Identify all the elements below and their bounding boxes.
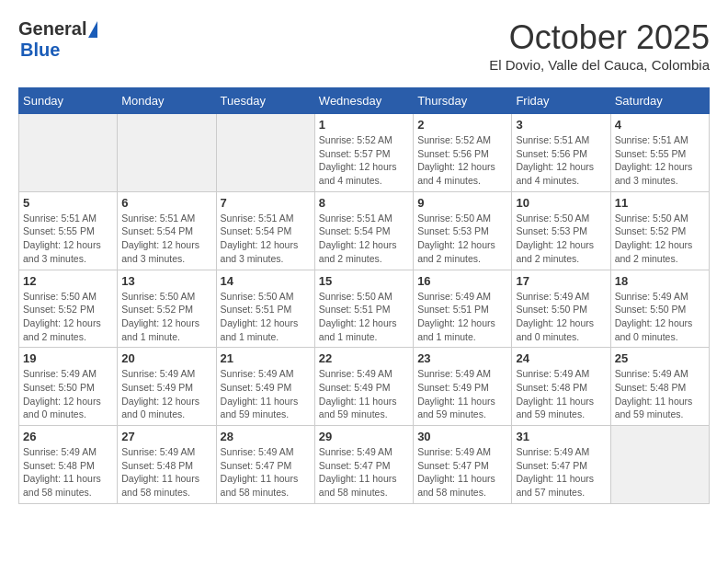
day-number: 1 (319, 118, 409, 132)
day-info: Sunrise: 5:49 AM Sunset: 5:49 PM Dayligh… (319, 367, 409, 421)
weekday-header: Sunday (19, 88, 118, 114)
calendar-cell (610, 426, 709, 504)
day-number: 28 (221, 430, 311, 443)
day-info: Sunrise: 5:52 AM Sunset: 5:56 PM Dayligh… (417, 133, 507, 188)
day-info: Sunrise: 5:50 AM Sunset: 5:53 PM Dayligh… (417, 212, 507, 266)
day-info: Sunrise: 5:50 AM Sunset: 5:53 PM Dayligh… (516, 212, 606, 266)
calendar-cell: 1Sunrise: 5:52 AM Sunset: 5:57 PM Daylig… (314, 114, 413, 192)
day-number: 18 (615, 274, 705, 288)
day-info: Sunrise: 5:49 AM Sunset: 5:51 PM Dayligh… (417, 290, 507, 344)
day-number: 8 (319, 196, 409, 210)
day-number: 31 (516, 430, 606, 443)
weekday-header: Wednesday (314, 88, 413, 114)
day-number: 2 (417, 118, 507, 132)
calendar-cell (216, 114, 314, 192)
day-number: 16 (417, 274, 507, 288)
day-number: 15 (319, 274, 409, 288)
calendar-cell: 2Sunrise: 5:52 AM Sunset: 5:56 PM Daylig… (414, 114, 512, 192)
day-number: 9 (417, 196, 507, 210)
day-info: Sunrise: 5:51 AM Sunset: 5:56 PM Dayligh… (516, 133, 606, 188)
day-info: Sunrise: 5:49 AM Sunset: 5:48 PM Dayligh… (516, 367, 606, 421)
day-info: Sunrise: 5:50 AM Sunset: 5:52 PM Dayligh… (23, 290, 113, 344)
calendar-cell: 13Sunrise: 5:50 AM Sunset: 5:52 PM Dayli… (118, 270, 216, 348)
calendar-week-row: 5Sunrise: 5:51 AM Sunset: 5:55 PM Daylig… (19, 191, 710, 270)
calendar-cell: 3Sunrise: 5:51 AM Sunset: 5:56 PM Daylig… (512, 114, 610, 192)
day-number: 21 (221, 351, 311, 365)
day-info: Sunrise: 5:50 AM Sunset: 5:52 PM Dayligh… (615, 212, 705, 266)
weekday-header: Tuesday (216, 88, 314, 114)
day-number: 20 (121, 351, 211, 365)
calendar-week-row: 12Sunrise: 5:50 AM Sunset: 5:52 PM Dayli… (19, 270, 710, 348)
day-number: 27 (121, 430, 211, 443)
logo-general: General (18, 18, 86, 40)
day-info: Sunrise: 5:49 AM Sunset: 5:49 PM Dayligh… (417, 367, 507, 421)
calendar-cell: 29Sunrise: 5:49 AM Sunset: 5:47 PM Dayli… (314, 426, 413, 504)
day-info: Sunrise: 5:49 AM Sunset: 5:47 PM Dayligh… (516, 445, 606, 500)
day-number: 13 (121, 274, 211, 288)
calendar-cell (118, 114, 216, 192)
logo-triangle-icon (88, 21, 97, 38)
calendar-cell: 31Sunrise: 5:49 AM Sunset: 5:47 PM Dayli… (512, 426, 610, 504)
day-info: Sunrise: 5:51 AM Sunset: 5:55 PM Dayligh… (23, 212, 113, 266)
logo-blue: Blue (20, 40, 60, 61)
day-info: Sunrise: 5:49 AM Sunset: 5:49 PM Dayligh… (221, 367, 311, 421)
day-number: 23 (417, 351, 507, 365)
day-number: 19 (23, 351, 113, 365)
day-number: 29 (319, 430, 409, 443)
calendar-cell: 9Sunrise: 5:50 AM Sunset: 5:53 PM Daylig… (414, 191, 512, 270)
day-info: Sunrise: 5:49 AM Sunset: 5:47 PM Dayligh… (221, 445, 311, 500)
day-number: 26 (23, 430, 113, 443)
calendar-cell: 26Sunrise: 5:49 AM Sunset: 5:48 PM Dayli… (19, 426, 118, 504)
day-number: 14 (221, 274, 311, 288)
calendar-cell: 30Sunrise: 5:49 AM Sunset: 5:47 PM Dayli… (414, 426, 512, 504)
calendar-cell: 21Sunrise: 5:49 AM Sunset: 5:49 PM Dayli… (216, 348, 314, 426)
day-info: Sunrise: 5:51 AM Sunset: 5:54 PM Dayligh… (121, 212, 211, 266)
calendar-week-row: 1Sunrise: 5:52 AM Sunset: 5:57 PM Daylig… (19, 114, 710, 192)
calendar-cell: 6Sunrise: 5:51 AM Sunset: 5:54 PM Daylig… (118, 191, 216, 270)
day-info: Sunrise: 5:49 AM Sunset: 5:48 PM Dayligh… (23, 445, 113, 500)
month-title: October 2025 (489, 18, 710, 57)
title-area: October 2025 El Dovio, Valle del Cauca, … (489, 18, 710, 73)
logo: General Blue (18, 18, 97, 61)
day-info: Sunrise: 5:50 AM Sunset: 5:51 PM Dayligh… (319, 290, 409, 344)
day-info: Sunrise: 5:49 AM Sunset: 5:49 PM Dayligh… (121, 367, 211, 421)
day-info: Sunrise: 5:49 AM Sunset: 5:50 PM Dayligh… (23, 367, 113, 421)
day-info: Sunrise: 5:49 AM Sunset: 5:48 PM Dayligh… (121, 445, 211, 500)
day-info: Sunrise: 5:49 AM Sunset: 5:48 PM Dayligh… (615, 367, 705, 421)
calendar-header-row: SundayMondayTuesdayWednesdayThursdayFrid… (19, 88, 710, 114)
calendar-cell: 8Sunrise: 5:51 AM Sunset: 5:54 PM Daylig… (314, 191, 413, 270)
calendar-cell (19, 114, 118, 192)
calendar-week-row: 26Sunrise: 5:49 AM Sunset: 5:48 PM Dayli… (19, 426, 710, 504)
day-number: 12 (23, 274, 113, 288)
calendar-cell: 17Sunrise: 5:49 AM Sunset: 5:50 PM Dayli… (512, 270, 610, 348)
day-number: 3 (516, 118, 606, 132)
day-number: 22 (319, 351, 409, 365)
calendar-cell: 24Sunrise: 5:49 AM Sunset: 5:48 PM Dayli… (512, 348, 610, 426)
page-header: General Blue October 2025 El Dovio, Vall… (18, 18, 710, 73)
day-number: 6 (121, 196, 211, 210)
day-info: Sunrise: 5:51 AM Sunset: 5:54 PM Dayligh… (319, 212, 409, 266)
day-number: 5 (23, 196, 113, 210)
calendar-cell: 12Sunrise: 5:50 AM Sunset: 5:52 PM Dayli… (19, 270, 118, 348)
calendar-cell: 14Sunrise: 5:50 AM Sunset: 5:51 PM Dayli… (216, 270, 314, 348)
calendar-cell: 19Sunrise: 5:49 AM Sunset: 5:50 PM Dayli… (19, 348, 118, 426)
calendar-cell: 18Sunrise: 5:49 AM Sunset: 5:50 PM Dayli… (610, 270, 709, 348)
calendar-cell: 4Sunrise: 5:51 AM Sunset: 5:55 PM Daylig… (610, 114, 709, 192)
day-number: 25 (615, 351, 705, 365)
day-number: 17 (516, 274, 606, 288)
weekday-header: Monday (118, 88, 216, 114)
weekday-header: Thursday (414, 88, 512, 114)
calendar-cell: 25Sunrise: 5:49 AM Sunset: 5:48 PM Dayli… (610, 348, 709, 426)
day-info: Sunrise: 5:49 AM Sunset: 5:47 PM Dayligh… (319, 445, 409, 500)
day-info: Sunrise: 5:49 AM Sunset: 5:50 PM Dayligh… (615, 290, 705, 344)
day-info: Sunrise: 5:51 AM Sunset: 5:54 PM Dayligh… (221, 212, 311, 266)
day-info: Sunrise: 5:50 AM Sunset: 5:51 PM Dayligh… (221, 290, 311, 344)
calendar-cell: 10Sunrise: 5:50 AM Sunset: 5:53 PM Dayli… (512, 191, 610, 270)
weekday-header: Friday (512, 88, 610, 114)
day-info: Sunrise: 5:49 AM Sunset: 5:47 PM Dayligh… (417, 445, 507, 500)
day-info: Sunrise: 5:52 AM Sunset: 5:57 PM Dayligh… (319, 133, 409, 188)
day-number: 4 (615, 118, 705, 132)
calendar-week-row: 19Sunrise: 5:49 AM Sunset: 5:50 PM Dayli… (19, 348, 710, 426)
day-number: 7 (221, 196, 311, 210)
day-info: Sunrise: 5:51 AM Sunset: 5:55 PM Dayligh… (615, 133, 705, 188)
